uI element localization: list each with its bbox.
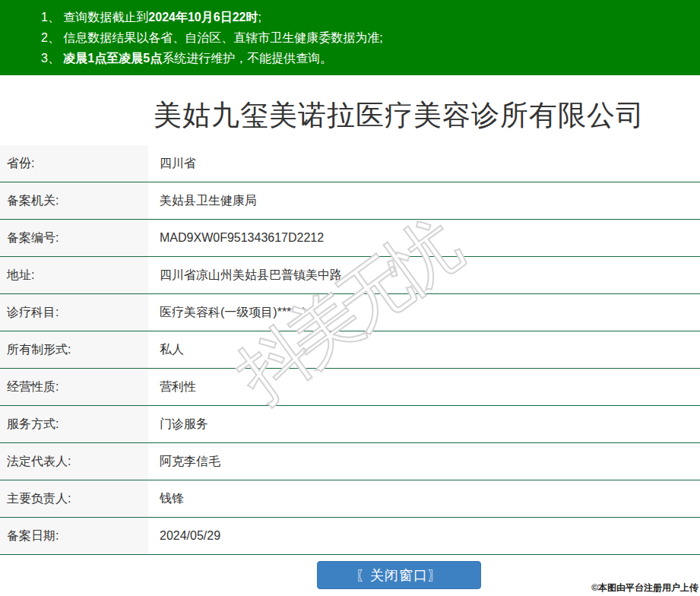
table-row-business-nature: 经营性质: 营利性 [0,369,700,406]
notice-banner: 1、 查询数据截止到2024年10月6日22时; 2、 信息数据结果以各省、自治… [0,0,700,75]
record-info-table: 省份: 四川省 备案机关: 美姑县卫生健康局 备案编号: MAD9XW0F951… [0,145,700,555]
table-row-legal-representative: 法定代表人: 阿克李信毛 [0,443,700,480]
row-value: 营利性 [148,369,700,405]
row-value: 美姑县卫生健康局 [148,182,700,219]
notice-line-2: 2、 信息数据结果以各省、自治区、直辖市卫生健康委数据为准; [41,27,692,48]
table-row-address: 地址: 四川省凉山州美姑县巴普镇美中路 [0,257,700,294]
row-value: 2024/05/29 [148,518,700,554]
row-label: 省份: [0,145,148,182]
table-row-ownership-form: 所有制形式: 私人 [0,331,700,369]
row-label: 法定代表人: [0,443,148,480]
image-credit: ©本图由平台注册用户上传 [591,582,698,594]
notice-bold-text: 2024年10月6日22时 [148,11,258,24]
row-label: 诊疗科目: [0,294,148,331]
notice-bold-text: 凌晨1点至凌晨5点 [63,52,162,65]
row-label: 地址: [0,257,148,293]
row-label: 备案机关: [0,182,148,219]
row-value: 私人 [148,331,700,368]
page-title: 美姑九玺美诺拉医疗美容诊所有限公司 [0,100,700,131]
row-label: 所有制形式: [0,331,148,368]
notice-text: ; [258,11,261,24]
notice-line-1: 1、 查询数据截止到2024年10月6日22时; [41,7,692,27]
notice-text: 系统进行维护，不能提供查询。 [162,52,332,65]
row-label: 主要负责人: [0,480,148,517]
table-row-province: 省份: 四川省 [0,145,700,182]
row-value: 阿克李信毛 [148,443,700,480]
row-value: 钱锋 [148,480,700,517]
row-value: MAD9XW0F951343617D2212 [148,220,700,256]
notice-line-3: 3、 凌晨1点至凌晨5点系统进行维护，不能提供查询。 [41,48,692,68]
table-row-filing-authority: 备案机关: 美姑县卫生健康局 [0,182,700,220]
close-window-button[interactable]: 〖关闭窗口〗 [317,561,481,589]
notice-text: 3、 [41,52,63,65]
notice-text: 1、 查询数据截止到 [41,11,148,24]
row-label: 备案编号: [0,220,148,256]
row-value: 四川省凉山州美姑县巴普镇美中路 [148,257,700,293]
table-row-service-mode: 服务方式: 门诊服务 [0,406,700,443]
row-label: 经营性质: [0,369,148,405]
row-value: 门诊服务 [148,406,700,442]
row-label: 服务方式: [0,406,148,442]
row-label: 备案日期: [0,518,148,554]
notice-text: 2、 信息数据结果以各省、自治区、直辖市卫生健康委数据为准; [41,31,383,44]
row-value: 医疗美容科(一级项目)****** [148,294,700,331]
table-row-filing-number: 备案编号: MAD9XW0F951343617D2212 [0,220,700,257]
table-row-principal: 主要负责人: 钱锋 [0,480,700,518]
table-row-treatment-subjects: 诊疗科目: 医疗美容科(一级项目)****** [0,294,700,331]
row-value: 四川省 [148,145,700,182]
table-row-filing-date: 备案日期: 2024/05/29 [0,518,700,555]
